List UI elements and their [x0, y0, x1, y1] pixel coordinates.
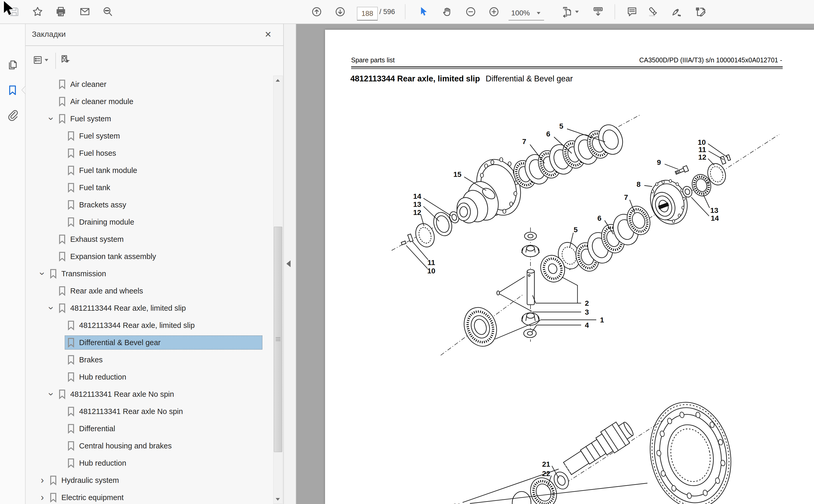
bookmark-label: Hydraulic system — [61, 476, 119, 485]
bookmark-label: Central housing and brakes — [79, 442, 172, 450]
bookmark-selected[interactable]: Differential & Bevel gear — [65, 335, 262, 350]
page-title-bold: 4812113344 Rear axle, limited slip — [350, 74, 480, 83]
bookmark-label-wrap[interactable]: Hub reduction — [65, 456, 262, 470]
close-panel-button[interactable]: ✕ — [262, 28, 274, 41]
bookmark-item[interactable]: ›Electric equipment — [25, 489, 273, 504]
bookmark-label-wrap[interactable]: 4812113341 Rear axle No spin — [65, 404, 262, 418]
bookmark-label-wrap[interactable]: Exhaust system — [56, 232, 262, 246]
bookmark-item[interactable]: Central housing and brakes — [25, 437, 273, 454]
bookmark-item[interactable]: ›Transmission — [25, 265, 273, 282]
panel-title: Закладки — [32, 30, 66, 39]
bookmark-label-wrap[interactable]: Fuel system — [56, 112, 262, 126]
bookmark-item[interactable]: Hub reduction — [25, 368, 273, 386]
bookmark-label-wrap[interactable]: Differential — [65, 422, 262, 436]
bookmark-item[interactable]: Exhaust system — [25, 231, 273, 248]
page-title: 4812113344 Rear axle, limited slipDiffer… — [350, 74, 573, 83]
fit-width-button[interactable] — [559, 4, 580, 20]
chevron-down-icon[interactable]: › — [46, 114, 56, 123]
bookmark-label-wrap[interactable]: Brakes — [65, 353, 262, 367]
goto-bookmark-icon — [59, 54, 71, 66]
bookmark-item[interactable]: Fuel tank module — [25, 162, 273, 179]
bookmark-item[interactable]: 4812113341 Rear axle No spin — [25, 403, 273, 420]
chevron-right-icon[interactable]: › — [38, 476, 47, 485]
highlight-button[interactable] — [646, 4, 660, 20]
bookmark-item[interactable]: ›Hydraulic system — [25, 472, 273, 489]
bookmark-label-wrap[interactable]: Hydraulic system — [47, 473, 262, 487]
next-page-button[interactable] — [333, 4, 348, 20]
previous-page-button[interactable] — [309, 4, 324, 20]
bookmark-label-wrap[interactable]: Fuel tank — [65, 181, 262, 195]
page-total-label: / 596 — [379, 0, 395, 23]
zoom-in-button[interactable] — [487, 4, 501, 20]
zoom-level-dropdown[interactable]: 100% — [508, 6, 544, 21]
bookmark-item[interactable]: 4812113344 Rear axle, limited slip — [25, 317, 273, 334]
bookmark-item[interactable]: Fuel system — [25, 127, 273, 145]
bookmark-item[interactable]: Air cleaner module — [25, 93, 273, 110]
bookmark-item[interactable]: Expansion tank assembly — [25, 248, 273, 265]
bookmark-options-button[interactable] — [30, 52, 50, 68]
chevron-down-icon[interactable]: › — [46, 303, 56, 313]
bookmark-label-wrap[interactable]: 4812113341 Rear axle No spin — [56, 387, 262, 401]
panel-splitter[interactable] — [284, 23, 296, 504]
bookmark-item[interactable]: Brackets assy — [25, 196, 273, 213]
bookmark-label-wrap[interactable]: Electric equipment — [47, 490, 262, 504]
bookmark-label-wrap[interactable]: Hub reduction — [65, 370, 262, 384]
print-button[interactable] — [53, 4, 68, 20]
goto-bookmark-button[interactable] — [58, 52, 73, 68]
bookmark-item[interactable]: Draining module — [25, 213, 273, 231]
chevron-down-icon[interactable]: › — [38, 269, 47, 278]
bookmark-label: Air cleaner — [70, 80, 106, 89]
favorite-button[interactable] — [30, 4, 45, 20]
bookmark-ribbon-icon — [58, 286, 66, 296]
bookmark-label-wrap[interactable]: 4812113344 Rear axle, limited slip — [65, 318, 262, 332]
scrolling-mode-button[interactable] — [591, 4, 605, 20]
bookmark-label-wrap[interactable]: Brackets assy — [65, 198, 262, 212]
comment-button[interactable] — [625, 4, 639, 20]
bookmark-ribbon-icon — [67, 458, 75, 468]
bookmark-label-wrap[interactable]: Central housing and brakes — [65, 439, 262, 453]
bookmarks-panel-button[interactable] — [6, 83, 19, 97]
bookmark-label-wrap[interactable]: Fuel hoses — [65, 146, 262, 160]
email-button[interactable] — [77, 4, 92, 20]
scroll-up-button[interactable] — [274, 76, 282, 85]
bookmark-item[interactable]: ›4812113341 Rear axle No spin — [25, 386, 273, 403]
bookmark-item[interactable]: Air cleaner — [25, 76, 273, 93]
paperclip-icon — [6, 109, 19, 122]
scroll-down-button[interactable] — [274, 495, 282, 504]
bookmark-item[interactable]: Fuel tank — [25, 179, 273, 196]
bookmark-item[interactable]: Rear axle and wheels — [25, 282, 273, 299]
bookmark-label-wrap[interactable]: Expansion tank assembly — [56, 249, 262, 263]
attachments-button[interactable] — [6, 109, 19, 122]
bookmark-item[interactable]: ›4812113344 Rear axle, limited slip — [25, 299, 273, 317]
bookmark-item[interactable]: ›Fuel system — [25, 110, 273, 127]
sign-button[interactable] — [669, 4, 684, 20]
scrollbar-thumb[interactable] — [274, 227, 282, 452]
bookmark-ribbon-icon — [67, 200, 75, 210]
bookmarks-scrollbar[interactable] — [273, 76, 283, 504]
page-number-input[interactable]: 188 — [357, 7, 378, 21]
bookmark-item[interactable]: Brakes — [25, 351, 273, 368]
bookmark-label-wrap[interactable]: Draining module — [65, 215, 262, 229]
hand-tool-button[interactable] — [440, 4, 454, 20]
pen-nib-icon — [671, 6, 683, 18]
bookmark-item[interactable]: Differential — [25, 420, 273, 437]
chevron-right-icon[interactable]: › — [38, 493, 47, 502]
bookmark-item[interactable]: Fuel hoses — [25, 145, 273, 162]
bookmark-label-wrap[interactable]: 4812113344 Rear axle, limited slip — [56, 301, 262, 315]
bookmark-label-wrap[interactable]: Transmission — [47, 267, 262, 281]
bookmark-item[interactable]: Differential & Bevel gear — [25, 334, 273, 351]
fill-and-sign-button[interactable] — [693, 4, 708, 20]
page-thumbnails-button[interactable] — [6, 58, 19, 72]
bookmark-label-wrap[interactable]: Air cleaner module — [56, 94, 262, 109]
collapse-panel-icon[interactable] — [286, 260, 291, 267]
toolbar: 188 / 596 100% — [0, 0, 814, 24]
bookmark-item[interactable]: Hub reduction — [25, 454, 273, 472]
bookmark-label-wrap[interactable]: Rear axle and wheels — [56, 284, 262, 298]
bookmark-label-wrap[interactable]: Fuel tank module — [65, 163, 262, 177]
bookmark-label-wrap[interactable]: Air cleaner — [56, 77, 262, 91]
search-button[interactable] — [100, 4, 115, 20]
bookmark-label-wrap[interactable]: Fuel system — [65, 129, 262, 143]
chevron-down-icon[interactable]: › — [46, 389, 56, 399]
zoom-out-button[interactable] — [463, 4, 478, 20]
select-tool-button[interactable] — [416, 4, 430, 20]
